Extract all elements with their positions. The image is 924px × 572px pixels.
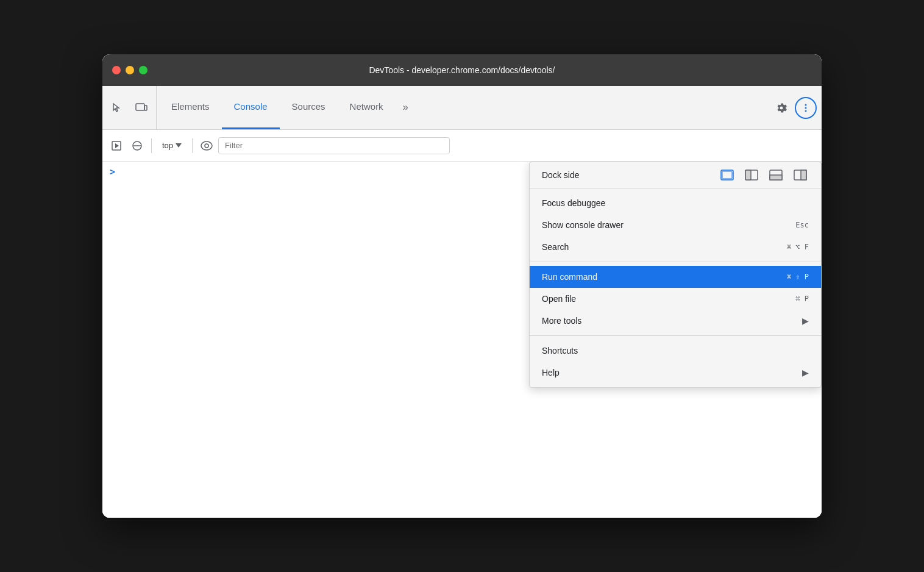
- menu-open-file[interactable]: Open file ⌘ P: [530, 288, 821, 310]
- shortcut-run-command: ⌘ ⇧ P: [787, 273, 809, 281]
- svg-point-3: [805, 107, 807, 109]
- svg-rect-14: [745, 170, 751, 180]
- devtools-window: DevTools - developer.chrome.com/docs/dev…: [102, 54, 822, 518]
- menu-run-command[interactable]: Run command ⌘ ⇧ P: [530, 266, 821, 288]
- svg-rect-0: [136, 104, 144, 110]
- svg-point-10: [205, 144, 208, 148]
- devtools-panel: Elements Console Sources Network »: [102, 86, 822, 518]
- svg-rect-16: [770, 175, 782, 180]
- tab-actions: [766, 86, 822, 129]
- run-scripts-button[interactable]: [107, 137, 126, 155]
- console-toolbar: top: [102, 130, 822, 162]
- dock-side-label: Dock side: [542, 170, 579, 180]
- tab-network[interactable]: Network: [338, 86, 396, 129]
- window-title: DevTools - developer.chrome.com/docs/dev…: [369, 65, 555, 75]
- tab-bar: Elements Console Sources Network »: [102, 86, 822, 130]
- close-button[interactable]: [112, 66, 121, 74]
- svg-point-4: [805, 110, 807, 112]
- svg-rect-18: [801, 170, 806, 180]
- shortcut-open-file: ⌘ P: [795, 295, 809, 303]
- inspect-element-icon[interactable]: [107, 98, 127, 118]
- menu-section-1: Focus debuggee Show console drawer Esc S…: [530, 188, 821, 262]
- settings-button[interactable]: [770, 97, 792, 119]
- dock-side-section: Dock side: [530, 162, 821, 188]
- menu-shortcuts[interactable]: Shortcuts: [530, 340, 821, 362]
- dock-bottom-icon[interactable]: [767, 168, 784, 182]
- menu-section-2: Run command ⌘ ⇧ P Open file ⌘ P More too…: [530, 262, 821, 336]
- tabs-container: Elements Console Sources Network »: [157, 86, 766, 129]
- menu-help[interactable]: Help ▶: [530, 362, 821, 384]
- svg-point-9: [201, 141, 212, 150]
- tab-icon-group: [102, 86, 157, 129]
- more-tools-chevron-icon: ▶: [802, 316, 809, 326]
- clear-console-button[interactable]: [128, 137, 146, 155]
- svg-point-2: [805, 104, 807, 105]
- traffic-lights: [112, 66, 147, 74]
- dock-right-icon[interactable]: [792, 168, 809, 182]
- dock-icons-group: [719, 168, 809, 182]
- filter-input[interactable]: [218, 137, 450, 154]
- dock-undock-icon[interactable]: [719, 168, 736, 182]
- tab-console[interactable]: Console: [222, 86, 280, 129]
- menu-show-console-drawer[interactable]: Show console drawer Esc: [530, 214, 821, 236]
- svg-rect-1: [144, 105, 147, 110]
- menu-search[interactable]: Search ⌘ ⌥ F: [530, 236, 821, 258]
- more-options-button[interactable]: [795, 97, 817, 119]
- help-chevron-icon: ▶: [802, 368, 809, 377]
- toolbar-divider-2: [192, 138, 193, 153]
- maximize-button[interactable]: [139, 66, 147, 74]
- tab-elements[interactable]: Elements: [159, 86, 222, 129]
- menu-focus-debuggee[interactable]: Focus debuggee: [530, 192, 821, 214]
- shortcut-show-console-drawer: Esc: [795, 221, 809, 229]
- menu-section-3: Shortcuts Help ▶: [530, 336, 821, 387]
- tab-sources[interactable]: Sources: [280, 86, 338, 129]
- toolbar-divider-1: [151, 138, 152, 153]
- minimize-button[interactable]: [126, 66, 134, 74]
- more-tabs-button[interactable]: »: [396, 86, 416, 129]
- svg-marker-6: [115, 143, 119, 148]
- context-selector[interactable]: top: [157, 138, 187, 153]
- svg-rect-12: [722, 171, 732, 179]
- menu-more-tools[interactable]: More tools ▶: [530, 310, 821, 332]
- titlebar: DevTools - developer.chrome.com/docs/dev…: [102, 54, 822, 86]
- main-area: > Dock side: [102, 162, 822, 518]
- device-toggle-icon[interactable]: [132, 98, 151, 118]
- live-expression-button[interactable]: [197, 137, 216, 155]
- dock-left-icon[interactable]: [743, 168, 760, 182]
- shortcut-search: ⌘ ⌥ F: [787, 243, 809, 251]
- context-menu: Dock side: [529, 162, 822, 388]
